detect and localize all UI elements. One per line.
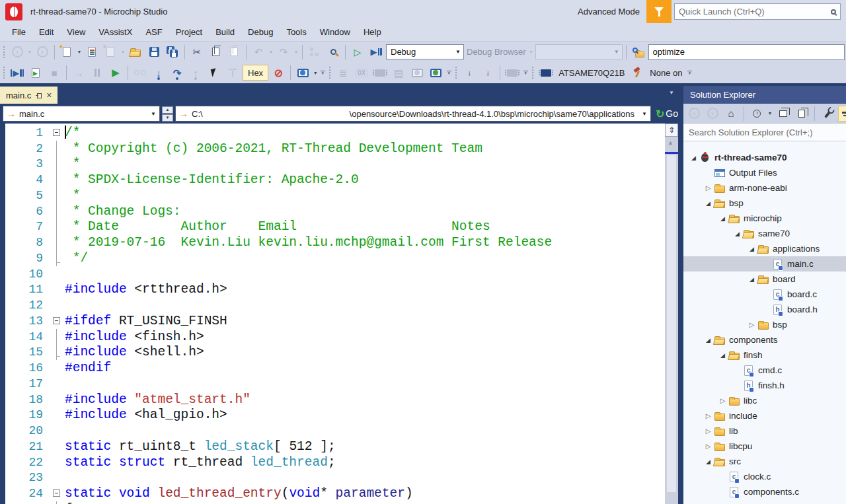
tree-item-board-c[interactable]: cboard.c bbox=[683, 287, 846, 302]
tree-item-components-c[interactable]: ccomponents.c bbox=[683, 484, 846, 499]
window-layout-button[interactable] bbox=[306, 44, 323, 60]
tree-item-output-files[interactable]: Output Files bbox=[683, 165, 846, 180]
open-file-button[interactable] bbox=[127, 44, 144, 60]
run-file-button[interactable] bbox=[27, 65, 44, 81]
step-over-button[interactable]: ↷ bbox=[169, 65, 186, 81]
step-into-button[interactable]: ↓ bbox=[150, 65, 167, 81]
save-all-button[interactable] bbox=[164, 44, 181, 60]
se-copy-button[interactable] bbox=[794, 106, 810, 122]
menu-debug[interactable]: Debug bbox=[241, 23, 280, 41]
tree-item-finsh-h[interactable]: hfinsh.h bbox=[683, 378, 846, 393]
code-line-8[interactable]: 8 * 2019-07-16 Kevin.Liu kevin.liu.mchp@… bbox=[5, 234, 678, 250]
navigate-forward-button[interactable]: › bbox=[34, 44, 51, 60]
code-line-24[interactable]: 24static void led_thread_entry(void* par… bbox=[5, 486, 678, 501]
tool-button[interactable] bbox=[629, 65, 646, 81]
toolbar-overflow-icon[interactable]: ▼ bbox=[686, 71, 693, 75]
expanded-arrow-icon[interactable]: ◢ bbox=[732, 231, 742, 237]
code-line-15[interactable]: 15#include <shell.h> bbox=[5, 345, 678, 361]
tree-item-microchip[interactable]: ◢microchip bbox=[683, 211, 846, 226]
code-line-12[interactable]: 12 bbox=[5, 297, 678, 313]
code-line-19[interactable]: 19#include <hal_gpio.h> bbox=[5, 408, 678, 423]
debug-target-dropdown-icon[interactable]: ▼ bbox=[313, 71, 318, 75]
code-line-10[interactable]: 10 bbox=[5, 266, 678, 282]
cut-button[interactable]: ✂ bbox=[188, 44, 206, 60]
start-debugging-break-button[interactable]: ▶ bbox=[367, 44, 385, 60]
redo-dropdown-icon[interactable]: ▼ bbox=[293, 50, 299, 54]
code-line-14[interactable]: 14#include <finsh.h> bbox=[5, 329, 678, 345]
continue-button[interactable]: ▶ bbox=[107, 65, 124, 81]
toolbar-overflow-icon[interactable]: ▼ bbox=[522, 71, 529, 75]
tree-item-finsh[interactable]: ◢finsh bbox=[683, 347, 846, 363]
code-line-18[interactable]: 18#include "atmel_start.h" bbox=[5, 392, 678, 408]
code-line-17[interactable]: 17 bbox=[5, 376, 678, 392]
tree-item-board[interactable]: ◢board bbox=[683, 271, 846, 287]
device-settings-button[interactable] bbox=[371, 65, 389, 81]
fold-toggle[interactable] bbox=[49, 486, 65, 501]
solution-search-box[interactable]: Search Solution Explorer (Ctrl+;) bbox=[683, 124, 846, 141]
tab-list-dropdown-icon[interactable]: ▼ bbox=[669, 90, 674, 96]
tree-item-bsp[interactable]: ▷bsp bbox=[683, 317, 846, 332]
add-item-button[interactable] bbox=[83, 44, 100, 60]
code-line-22[interactable]: 22static struct rt_thread led_thread; bbox=[5, 454, 678, 470]
tree-item-same70[interactable]: ◢same70 bbox=[683, 226, 846, 241]
code-line-13[interactable]: 13#ifdef RT_USING_FINSH bbox=[5, 313, 678, 329]
navigate-back-button[interactable]: ‹ bbox=[9, 44, 26, 60]
code-line-25[interactable]: 25{ bbox=[5, 501, 678, 504]
toolbar-search-input[interactable] bbox=[649, 47, 844, 57]
toolbar-grip[interactable] bbox=[328, 66, 332, 79]
toolbar-overflow-icon[interactable]: ▼ bbox=[319, 71, 326, 75]
code-line-2[interactable]: 2 * Copyright (c) 2006-2021, RT-Thread D… bbox=[5, 141, 678, 157]
program-eeprom-button[interactable] bbox=[479, 65, 496, 81]
tree-item-rt-thread-same70[interactable]: ◢rt-thread-same70 bbox=[683, 150, 846, 165]
tab-main-c[interactable]: main.c × bbox=[0, 87, 58, 104]
tree-item-applications[interactable]: ◢applications bbox=[683, 241, 846, 256]
tree-item-src[interactable]: ◢src bbox=[683, 454, 846, 469]
io-view-button[interactable] bbox=[408, 65, 426, 81]
set-next-statement-button[interactable] bbox=[224, 65, 241, 81]
tree-item-libc[interactable]: ▷libc bbox=[683, 393, 846, 408]
code-line-6[interactable]: 6 * Change Logs: bbox=[5, 203, 678, 219]
menu-view[interactable]: View bbox=[60, 23, 92, 41]
attach-debugger-button[interactable]: ▶ bbox=[9, 65, 26, 81]
new-project-button[interactable]: * bbox=[102, 44, 119, 60]
hex-toggle-button[interactable]: Hex bbox=[243, 65, 268, 81]
find-button[interactable] bbox=[325, 44, 342, 60]
expanded-arrow-icon[interactable]: ◢ bbox=[703, 458, 713, 465]
screen-view-button[interactable] bbox=[427, 65, 444, 81]
expanded-arrow-icon[interactable]: ◢ bbox=[689, 155, 699, 161]
menu-edit[interactable]: Edit bbox=[32, 23, 60, 41]
se-pending-changes-button[interactable] bbox=[749, 106, 765, 122]
erase-device-button[interactable] bbox=[504, 65, 521, 81]
menu-tools[interactable]: Tools bbox=[280, 23, 313, 41]
code-line-20[interactable]: 20 bbox=[5, 423, 678, 439]
toolbar-grip[interactable] bbox=[3, 46, 6, 59]
pin-icon[interactable] bbox=[36, 92, 42, 98]
expanded-arrow-icon[interactable]: ◢ bbox=[718, 215, 728, 222]
solution-explorer-title[interactable]: Solution Explorer bbox=[683, 86, 846, 104]
paste-button[interactable] bbox=[225, 44, 243, 60]
editor-scrollbar[interactable]: ⇕ ▲ bbox=[665, 124, 678, 504]
expanded-arrow-icon[interactable]: ◢ bbox=[703, 337, 713, 343]
collapsed-arrow-icon[interactable]: ▷ bbox=[703, 443, 713, 450]
menu-window[interactable]: Window bbox=[313, 23, 357, 41]
symbol-combo[interactable]: → main.c ▼ bbox=[3, 106, 160, 122]
undo-button[interactable]: ↶ bbox=[250, 44, 267, 60]
tree-item-bsp[interactable]: ◢bsp bbox=[683, 196, 846, 211]
tree-item-main-c[interactable]: cmain.c bbox=[683, 256, 846, 271]
code-line-3[interactable]: 3 * bbox=[5, 157, 678, 172]
code-line-9[interactable]: 9 */ bbox=[5, 250, 678, 266]
solution-config-combo[interactable]: Debug▼ bbox=[386, 44, 464, 59]
collapse-box-icon[interactable] bbox=[53, 317, 60, 324]
pause-button[interactable] bbox=[89, 65, 106, 81]
mode-filter-button[interactable] bbox=[646, 0, 672, 23]
quick-launch-input[interactable] bbox=[679, 7, 831, 17]
copy-button[interactable] bbox=[207, 44, 224, 60]
menu-vassistx[interactable]: VAssistX bbox=[92, 23, 139, 41]
step-out-button[interactable]: ↑ bbox=[187, 65, 204, 81]
code-line-5[interactable]: 5 * bbox=[5, 188, 678, 203]
collapsed-arrow-icon[interactable]: ▷ bbox=[718, 397, 728, 404]
code-line-16[interactable]: 16#endif bbox=[5, 360, 678, 376]
splitter-handle-icon[interactable]: ⇕ bbox=[665, 124, 678, 137]
code-editor[interactable]: 1/*2 * Copyright (c) 2006-2021, RT-Threa… bbox=[5, 124, 678, 504]
go-button[interactable]: ↻ Go bbox=[653, 108, 681, 120]
